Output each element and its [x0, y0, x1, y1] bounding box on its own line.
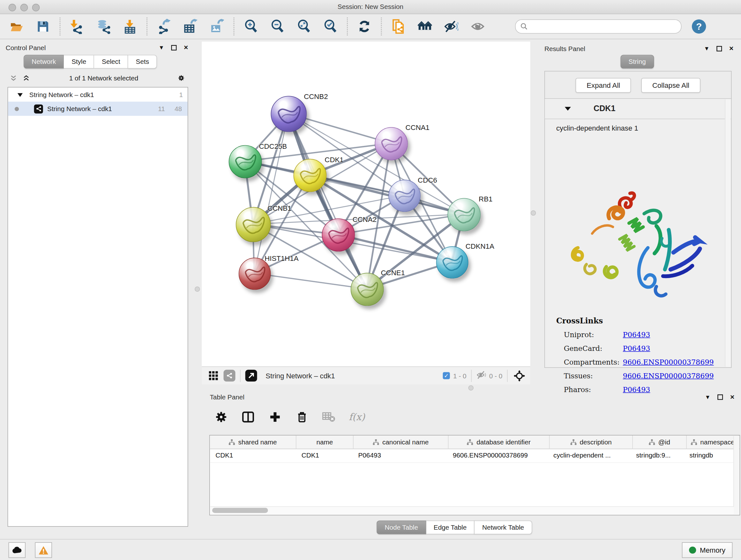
edge-HIST1H1A-CCNE1[interactable] — [254, 273, 367, 289]
table-cell[interactable]: P06493 — [353, 449, 447, 462]
column-header-databaseidentifier[interactable]: database identifier — [448, 435, 549, 449]
apply-layout-icon[interactable] — [357, 19, 372, 34]
node-CCNB2[interactable] — [271, 96, 307, 132]
cloud-status-button[interactable] — [9, 543, 25, 558]
memory-button[interactable]: Memory — [682, 543, 733, 558]
tab-select[interactable]: Select — [94, 55, 128, 69]
control-panel-float-icon[interactable] — [171, 45, 177, 51]
birds-eye-view-icon[interactable] — [206, 368, 220, 382]
results-panel-close-icon[interactable]: ✕ — [728, 46, 734, 52]
search-input[interactable] — [515, 19, 681, 34]
help-button[interactable]: ? — [692, 19, 706, 34]
tab-string[interactable]: String — [620, 55, 654, 69]
tree-expand-icon[interactable] — [17, 91, 23, 98]
tab-sets[interactable]: Sets — [128, 55, 157, 69]
column-header-namespace[interactable]: namespace — [687, 435, 739, 449]
network-selection-status: 1 of 1 Network selected — [29, 74, 178, 82]
selected-checkbox-icon[interactable]: ✓ — [443, 372, 450, 379]
expand-all-button[interactable]: Expand All — [576, 78, 631, 92]
table-cell[interactable]: cyclin-dependent ... — [548, 449, 630, 462]
export-network-icon[interactable] — [157, 19, 171, 34]
crosslink-label: Compartments: — [556, 358, 623, 367]
crosslink-link[interactable]: P06493 — [623, 330, 650, 339]
entry-collapse-icon[interactable] — [565, 105, 571, 112]
node-label-RB1: RB1 — [479, 195, 492, 203]
node-RB1[interactable] — [448, 198, 481, 231]
add-column-icon[interactable] — [268, 410, 282, 424]
hide-selected-icon[interactable] — [444, 19, 458, 34]
delete-column-icon[interactable] — [295, 410, 309, 424]
zoom-in-icon[interactable] — [244, 19, 258, 34]
node-CCNA1[interactable] — [375, 127, 408, 160]
export-image-icon[interactable] — [210, 19, 224, 34]
node-CCNB1[interactable] — [236, 207, 271, 242]
node-CDC6[interactable] — [388, 180, 421, 212]
crosslink-link[interactable]: P06493 — [623, 344, 650, 353]
show-columns-icon[interactable] — [241, 410, 255, 424]
results-panel-collapse-icon[interactable]: ▼ — [704, 46, 710, 52]
zoom-selected-icon[interactable] — [323, 19, 337, 34]
network-type-badge-icon[interactable] — [223, 370, 235, 381]
table-cell[interactable]: CDK1 — [210, 449, 296, 462]
network-options-gear-icon[interactable] — [178, 75, 184, 81]
crosslink-link[interactable]: 9606.ENSP00000378699 — [623, 358, 714, 367]
left-splitter-handle[interactable] — [195, 287, 200, 292]
zoom-fit-icon[interactable] — [297, 19, 311, 34]
import-network-file-icon[interactable] — [70, 19, 84, 34]
title-bar: Session: New Session — [0, 0, 741, 14]
column-header-name[interactable]: name — [296, 435, 354, 449]
edge-CCNB2-HIST1H1A[interactable] — [254, 113, 288, 273]
network-canvas[interactable]: CCNB2CCNA1CDC25BCDK1CDC6RB1CCNB1CCNA2CDK… — [202, 42, 530, 366]
table-cell[interactable]: stringdb — [684, 449, 736, 462]
table-panel-collapse-icon[interactable]: ▼ — [704, 394, 711, 400]
column-header-canonicalname[interactable]: canonical name — [354, 435, 449, 449]
node-HIST1H1A[interactable] — [239, 258, 271, 290]
column-header-id[interactable]: @id — [633, 435, 687, 449]
save-session-icon[interactable] — [36, 19, 50, 34]
import-network-database-icon[interactable] — [96, 19, 111, 34]
tab-edge-table[interactable]: Edge Table — [426, 520, 475, 534]
control-panel-close-icon[interactable]: ✕ — [183, 45, 189, 51]
expand-all-networks-icon[interactable] — [23, 75, 29, 81]
import-table-file-icon[interactable] — [123, 19, 137, 34]
export-table-icon[interactable] — [184, 19, 198, 34]
tab-network-table[interactable]: Network Table — [475, 520, 532, 534]
scrollbar-thumb[interactable] — [212, 508, 268, 513]
edge-CDK1-RB1[interactable] — [310, 175, 464, 214]
network-row[interactable]: String Network – cdk1 11 48 — [8, 102, 188, 116]
tab-node-table[interactable]: Node Table — [377, 520, 426, 534]
fit-content-crosshair-icon[interactable] — [512, 368, 526, 382]
table-vertical-scrollbar[interactable] — [733, 436, 739, 514]
table-cell[interactable]: stringdb:9... — [630, 449, 684, 462]
network-collection-row[interactable]: String Network – cdk1 1 — [8, 87, 188, 102]
results-scrollbar[interactable] — [725, 99, 731, 367]
collapse-all-networks-icon[interactable] — [10, 75, 17, 81]
control-panel-collapse-icon[interactable]: ▼ — [158, 45, 164, 51]
warnings-button[interactable] — [35, 543, 52, 558]
open-in-browser-icon[interactable] — [246, 370, 257, 381]
tab-network[interactable]: Network — [23, 55, 64, 69]
collapse-all-button[interactable]: Collapse All — [642, 78, 700, 92]
node-CCNA2[interactable] — [322, 219, 355, 252]
table-settings-gear-icon[interactable] — [214, 410, 228, 424]
column-header-sharedname[interactable]: shared name — [210, 435, 296, 449]
table-panel-close-icon[interactable]: ✕ — [729, 394, 735, 400]
crosslink-link[interactable]: 9606.ENSP00000378699 — [623, 372, 714, 380]
node-CDK1[interactable] — [293, 159, 327, 192]
network-overview-icon[interactable] — [418, 19, 432, 34]
table-cell[interactable]: 9606.ENSP00000378699 — [447, 449, 548, 462]
show-all-icon[interactable] — [471, 19, 485, 34]
table-cell[interactable]: CDK1 — [296, 449, 353, 462]
zoom-out-icon[interactable] — [270, 19, 284, 34]
open-session-icon[interactable] — [10, 19, 23, 34]
table-panel-float-icon[interactable] — [717, 394, 723, 400]
node-CDKN1A[interactable] — [436, 246, 468, 279]
column-header-description[interactable]: description — [549, 435, 633, 449]
tab-style[interactable]: Style — [64, 55, 94, 69]
table-horizontal-scrollbar[interactable] — [210, 506, 734, 514]
node-CCNE1[interactable] — [351, 273, 384, 306]
results-panel-float-icon[interactable] — [716, 46, 722, 52]
node-table[interactable]: shared namenamecanonical namedatabase id… — [209, 435, 740, 515]
duplicate-network-icon[interactable] — [391, 19, 405, 34]
node-CDC25B[interactable] — [229, 145, 262, 179]
